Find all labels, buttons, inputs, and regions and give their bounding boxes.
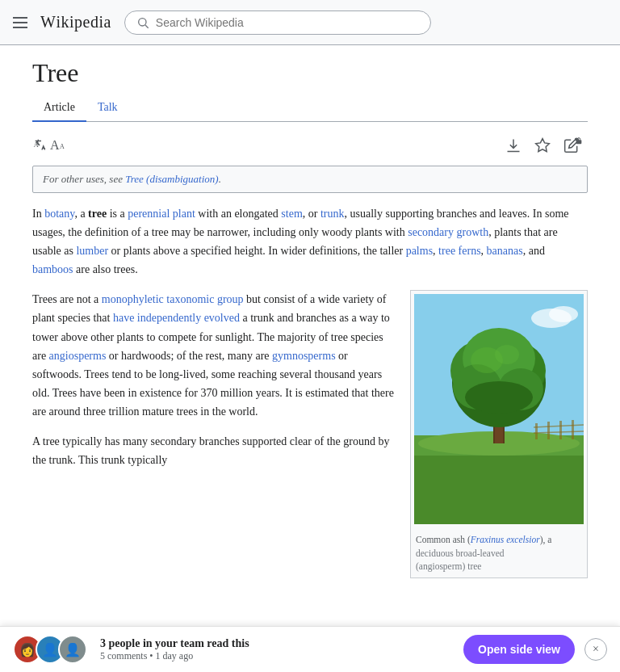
- article-float-section: Trees are not a monophyletic taxonomic g…: [32, 290, 588, 578]
- team-avatars: 👩 👤 👤: [13, 635, 87, 664]
- tab-talk[interactable]: Talk: [86, 94, 129, 122]
- tab-article[interactable]: Article: [32, 94, 86, 122]
- disambiguation-link[interactable]: Tree (disambiguation): [125, 173, 218, 185]
- svg-point-27: [465, 381, 533, 414]
- link-botany[interactable]: botany: [44, 208, 74, 220]
- image-caption: Common ash (Fraxinus excelsior), a decid…: [414, 530, 584, 573]
- svg-rect-13: [535, 423, 538, 439]
- link-trunk[interactable]: trunk: [320, 208, 345, 220]
- menu-icon[interactable]: [13, 17, 27, 28]
- caption-species-link[interactable]: Fraxinus excelsior: [471, 535, 540, 544]
- download-icon[interactable]: [505, 137, 522, 153]
- notification-subtitle: 5 comments • 1 day ago: [100, 650, 454, 662]
- link-tree-ferns[interactable]: tree ferns: [438, 245, 480, 257]
- article-image-column: Common ash (Fraxinus excelsior), a decid…: [410, 290, 588, 578]
- link-monophyletic[interactable]: monophyletic taxonomic group: [102, 293, 244, 305]
- bookmark-star-icon[interactable]: [534, 137, 551, 153]
- open-side-view-button[interactable]: Open side view: [463, 635, 575, 664]
- link-secondary-growth[interactable]: secondary growth: [408, 226, 488, 238]
- float-text: Trees are not a monophyletic taxonomic g…: [32, 290, 397, 481]
- lock-icon: [575, 136, 583, 145]
- paragraph-2: Trees are not a monophyletic taxonomic g…: [32, 290, 397, 421]
- svg-text:A: A: [34, 141, 39, 149]
- article-tabs: Article Talk: [32, 94, 588, 122]
- link-perennial-plant[interactable]: perennial plant: [128, 208, 195, 220]
- link-bananas[interactable]: bananas: [487, 245, 523, 257]
- svg-marker-4: [536, 139, 550, 152]
- svg-rect-6: [576, 140, 582, 144]
- notification-title: 3 people in your team read this: [100, 637, 454, 650]
- article-body: In botany, a tree is a perennial plant w…: [32, 204, 588, 578]
- paragraph-3: A tree typically has many secondary bran…: [32, 432, 397, 469]
- notification-text: 3 people in your team read this 5 commen…: [100, 637, 454, 662]
- svg-line-1: [145, 25, 149, 28]
- link-independently-evolved[interactable]: have independently evolved: [113, 312, 240, 324]
- edit-icon[interactable]: [563, 137, 588, 153]
- article-content: Tree Article Talk A A A: [0, 45, 620, 603]
- close-notification-button[interactable]: ×: [584, 638, 607, 661]
- notification-bar: 👩 👤 👤 3 people in your team read this 5 …: [0, 626, 620, 672]
- article-toolbar: A A A: [32, 132, 588, 159]
- disambiguation-notice: For other uses, see Tree (disambiguation…: [32, 166, 588, 193]
- svg-rect-16: [572, 420, 574, 439]
- link-angiosperms[interactable]: angiosperms: [49, 350, 107, 362]
- logo[interactable]: Wikipedia: [40, 13, 111, 32]
- svg-point-9: [549, 306, 578, 322]
- search-bar[interactable]: [124, 10, 431, 35]
- logo-text: Wikipedia: [40, 13, 111, 32]
- svg-rect-11: [414, 456, 584, 524]
- tree-image: [414, 294, 584, 524]
- link-gymnosperms[interactable]: gymnosperms: [272, 350, 336, 362]
- image-box: Common ash (Fraxinus excelsior), a decid…: [410, 290, 588, 578]
- link-stem[interactable]: stem: [281, 208, 302, 220]
- paragraph-1: In botany, a tree is a perennial plant w…: [32, 204, 588, 279]
- search-icon: [136, 16, 149, 29]
- translate-icon[interactable]: A A A: [32, 136, 68, 154]
- link-palms[interactable]: palms: [406, 245, 433, 257]
- translate-sub-icon: A: [60, 141, 68, 149]
- search-input[interactable]: [156, 16, 419, 29]
- link-bamboos[interactable]: bamboos: [32, 263, 73, 275]
- svg-point-0: [138, 18, 145, 25]
- page-title: Tree: [32, 58, 588, 88]
- svg-rect-15: [559, 421, 562, 439]
- svg-rect-14: [547, 422, 550, 439]
- svg-point-29: [495, 345, 519, 364]
- avatar-3: 👤: [58, 635, 87, 664]
- header: Wikipedia: [0, 0, 620, 45]
- svg-text:A: A: [60, 143, 65, 149]
- link-lumber[interactable]: lumber: [76, 245, 108, 257]
